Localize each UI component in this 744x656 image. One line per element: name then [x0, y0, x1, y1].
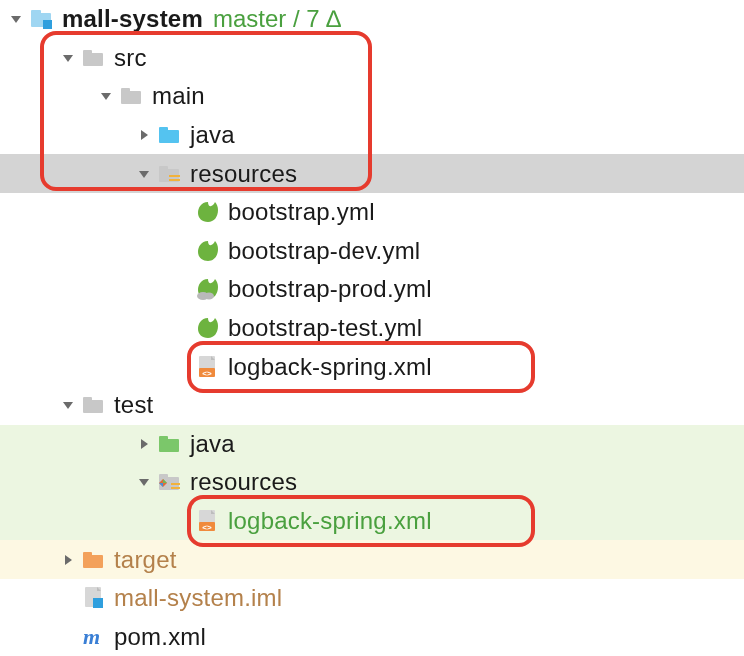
folder-icon [118, 82, 146, 110]
chevron-down-icon[interactable] [6, 9, 26, 29]
chevron-down-icon[interactable] [134, 472, 154, 492]
spring-config-icon [194, 198, 222, 226]
tree-row-main-java[interactable]: java [0, 116, 744, 155]
chevron-right-icon[interactable] [58, 550, 78, 570]
tree-row-file[interactable]: bootstrap-test.yml [0, 309, 744, 348]
folder-label: main [152, 82, 205, 110]
folder-icon [80, 391, 108, 419]
xml-file-icon [194, 507, 222, 535]
folder-label: java [190, 121, 235, 149]
chevron-right-icon[interactable] [134, 125, 154, 145]
tree-row-file[interactable]: bootstrap-dev.yml [0, 232, 744, 271]
chevron-down-icon[interactable] [96, 86, 116, 106]
maven-icon [80, 623, 108, 651]
resources-folder-icon [156, 160, 184, 188]
chevron-down-icon[interactable] [134, 164, 154, 184]
tree-row-file[interactable]: bootstrap.yml [0, 193, 744, 232]
file-label: logback-spring.xml [228, 507, 432, 535]
tree-row-file[interactable]: logback-spring.xml [0, 347, 744, 386]
tree-row-file[interactable]: pom.xml [0, 618, 744, 657]
spring-config-icon [194, 314, 222, 342]
folder-label: target [114, 546, 177, 574]
tree-row-project-root[interactable]: mall-system master / 7 ∆ [0, 0, 744, 39]
file-label: pom.xml [114, 623, 206, 651]
file-label: bootstrap-dev.yml [228, 237, 420, 265]
chevron-right-icon[interactable] [134, 434, 154, 454]
tree-row-test[interactable]: test [0, 386, 744, 425]
folder-label: resources [190, 160, 297, 188]
spring-cloud-config-icon [194, 275, 222, 303]
excluded-folder-icon [80, 546, 108, 574]
xml-file-icon [194, 353, 222, 381]
tree-row-file[interactable]: bootstrap-prod.yml [0, 270, 744, 309]
tree-row-test-resources[interactable]: resources [0, 463, 744, 502]
file-label: bootstrap-prod.yml [228, 275, 432, 303]
folder-icon [80, 44, 108, 72]
chevron-down-icon[interactable] [58, 48, 78, 68]
tree-row-src[interactable]: src [0, 39, 744, 78]
test-resources-folder-icon [156, 468, 184, 496]
tree-row-file[interactable]: logback-spring.xml [0, 502, 744, 541]
chevron-down-icon[interactable] [58, 395, 78, 415]
tree-row-target[interactable]: target [0, 540, 744, 579]
file-label: bootstrap.yml [228, 198, 375, 226]
file-label: bootstrap-test.yml [228, 314, 422, 342]
folder-label: test [114, 391, 153, 419]
iml-file-icon [80, 584, 108, 612]
tree-row-test-java[interactable]: java [0, 425, 744, 464]
folder-label: java [190, 430, 235, 458]
source-folder-icon [156, 121, 184, 149]
project-tree[interactable]: mall-system master / 7 ∆ src main java r… [0, 0, 744, 656]
project-name: mall-system [62, 5, 203, 33]
file-label: logback-spring.xml [228, 353, 432, 381]
spring-config-icon [194, 237, 222, 265]
module-icon [28, 5, 56, 33]
tree-row-main-resources[interactable]: resources [0, 154, 744, 193]
tree-row-main[interactable]: main [0, 77, 744, 116]
tree-row-file[interactable]: mall-system.iml [0, 579, 744, 618]
test-source-folder-icon [156, 430, 184, 458]
folder-label: resources [190, 468, 297, 496]
folder-label: src [114, 44, 147, 72]
file-label: mall-system.iml [114, 584, 282, 612]
vcs-status: master / 7 ∆ [213, 5, 341, 33]
